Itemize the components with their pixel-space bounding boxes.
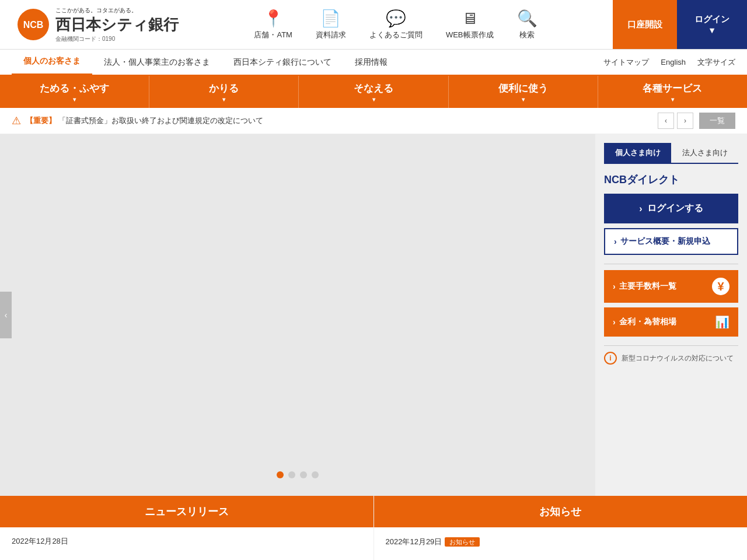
alert-next-button[interactable]: › bbox=[677, 113, 693, 129]
alert-nav: ‹ › bbox=[658, 113, 693, 129]
menu-services-chevron: ▾ bbox=[671, 96, 674, 103]
alert-text: 【重要】 「証書式預金」お取扱い終了および関連規定の改定について bbox=[26, 116, 658, 126]
ncb-login-label: ログインする bbox=[647, 202, 703, 215]
main-content: ‹ 個人さま向け 法人さま向け NCBダイレクト › ログインする › サービス… bbox=[0, 134, 747, 496]
fee-icon: ¥ bbox=[712, 278, 729, 295]
fontsize-link[interactable]: 文字サイズ bbox=[697, 57, 735, 68]
open-account-button[interactable]: 口座開設 bbox=[613, 0, 677, 49]
store-atm-icon: 📍 bbox=[263, 9, 284, 28]
nav-store-atm-label: 店舗・ATM bbox=[254, 30, 292, 40]
logo-tagline: ここかがある。コタエがある。 bbox=[55, 6, 179, 15]
ncb-service-button[interactable]: › サービス概要・新規申込 bbox=[604, 228, 738, 255]
notice-body: 2022年12月29日 お知らせ bbox=[374, 527, 748, 556]
sitemap-link[interactable]: サイトマップ bbox=[603, 57, 649, 68]
menu-convenient[interactable]: 便利に使う ▾ bbox=[449, 76, 598, 108]
materials-icon: 📄 bbox=[320, 9, 341, 28]
web-passbook-icon: 🖥 bbox=[462, 9, 478, 28]
notice-header: お知らせ bbox=[374, 496, 748, 527]
divider-2 bbox=[604, 345, 738, 346]
corona-notice[interactable]: i 新型コロナウイルスの対応について bbox=[604, 352, 738, 365]
fee-button[interactable]: › 主要手数料一覧 ¥ bbox=[604, 270, 738, 303]
ncb-login-arrow: › bbox=[639, 204, 642, 214]
alert-prev-button[interactable]: ‹ bbox=[658, 113, 674, 129]
right-panel: 個人さま向け 法人さま向け NCBダイレクト › ログインする › サービス概要… bbox=[595, 134, 747, 496]
nav-web-passbook[interactable]: 🖥 WEB帳票作成 bbox=[446, 9, 494, 40]
carousel-dot-4[interactable] bbox=[312, 471, 319, 478]
news-section: ニュースリリース 2022年12月28日 お知らせ 2022年12月29日 お知… bbox=[0, 496, 747, 560]
nav-store-atm[interactable]: 📍 店舗・ATM bbox=[254, 9, 292, 40]
news-releases-body: 2022年12月28日 bbox=[0, 527, 374, 558]
alert-prefix: 【重要】 bbox=[26, 116, 56, 125]
subnav-about[interactable]: 西日本シティ銀行について bbox=[222, 49, 343, 75]
news-releases-date: 2022年12月28日 bbox=[12, 536, 362, 547]
search-icon: 🔍 bbox=[517, 9, 537, 28]
news-right: お知らせ 2022年12月29日 お知らせ bbox=[374, 496, 748, 560]
news-left: ニュースリリース 2022年12月28日 bbox=[0, 496, 374, 560]
fee-label: 主要手数料一覧 bbox=[619, 281, 676, 292]
subnav-corporate[interactable]: 法人・個人事業主のお客さま bbox=[92, 49, 222, 75]
divider-1 bbox=[604, 264, 738, 264]
menu-borrow[interactable]: かりる ▾ bbox=[149, 76, 299, 108]
subnav-recruit[interactable]: 採用情報 bbox=[343, 49, 399, 75]
nav-search[interactable]: 🔍 検索 bbox=[517, 9, 537, 40]
bank-name: 西日本シティ銀行 bbox=[55, 15, 179, 35]
orange-menu: ためる・ふやす ▾ かりる ▾ そなえる ▾ 便利に使う ▾ 各種サービス ▾ bbox=[0, 76, 747, 108]
notice-date: 2022年12月29日 bbox=[386, 537, 442, 546]
corona-text: 新型コロナウイルスの対応について bbox=[622, 354, 734, 363]
menu-convenient-label: 便利に使う bbox=[498, 82, 548, 95]
notice-badge: お知らせ bbox=[445, 537, 480, 547]
panel-tabs: 個人さま向け 法人さま向け bbox=[604, 143, 738, 164]
ncb-login-button[interactable]: › ログインする bbox=[604, 194, 738, 223]
sub-nav-right: サイトマップ English 文字サイズ bbox=[603, 57, 735, 68]
corona-icon: i bbox=[604, 352, 617, 365]
tab-corporate[interactable]: 法人さま向け bbox=[671, 143, 738, 163]
english-link[interactable]: English bbox=[661, 58, 686, 66]
carousel-dot-1[interactable] bbox=[277, 471, 284, 478]
alert-icon: ⚠ bbox=[12, 114, 21, 127]
rate-arrow: › bbox=[613, 317, 616, 327]
nav-faq[interactable]: 💬 よくあるご質問 bbox=[369, 9, 423, 40]
carousel-dots bbox=[277, 471, 319, 478]
menu-save-label: ためる・ふやす bbox=[40, 82, 109, 95]
logo-area: NCB ここかがある。コタエがある。 西日本シティ銀行 金融機関コード：0190 bbox=[0, 6, 179, 43]
nav-faq-label: よくあるご質問 bbox=[369, 30, 423, 40]
menu-save[interactable]: ためる・ふやす ▾ bbox=[0, 76, 149, 108]
menu-prepare-label: そなえる bbox=[354, 82, 393, 95]
logo-text: ここかがある。コタエがある。 西日本シティ銀行 金融機関コード：0190 bbox=[55, 6, 179, 43]
svg-text:NCB: NCB bbox=[23, 20, 44, 30]
rate-icon: 📊 bbox=[715, 315, 729, 329]
menu-services-label: 各種サービス bbox=[643, 82, 702, 95]
menu-convenient-chevron: ▾ bbox=[522, 96, 525, 103]
carousel-area bbox=[0, 134, 595, 496]
carousel-dot-2[interactable] bbox=[288, 471, 295, 478]
slide-prev-button[interactable]: ‹ bbox=[0, 292, 12, 338]
ncb-title: NCBダイレクト bbox=[604, 173, 738, 187]
fee-arrow: › bbox=[613, 282, 616, 291]
menu-prepare-chevron: ▾ bbox=[372, 96, 375, 103]
alert-list-button[interactable]: 一覧 bbox=[699, 113, 735, 129]
subnav-personal[interactable]: 個人のお客さま bbox=[12, 49, 92, 75]
logo-icon: NCB bbox=[18, 9, 50, 41]
sub-nav: 個人のお客さま 法人・個人事業主のお客さま 西日本シティ銀行について 採用情報 … bbox=[0, 50, 747, 76]
header-right: 口座開設 ログイン ▾ bbox=[613, 0, 747, 49]
menu-prepare[interactable]: そなえる ▾ bbox=[299, 76, 448, 108]
nav-materials[interactable]: 📄 資料請求 bbox=[316, 9, 346, 40]
rate-button[interactable]: › 金利・為替相場 📊 bbox=[604, 307, 738, 337]
login-button[interactable]: ログイン ▾ bbox=[677, 0, 747, 49]
ncb-service-arrow: › bbox=[614, 237, 617, 246]
bank-code: 金融機関コード：0190 bbox=[55, 35, 179, 43]
menu-borrow-label: かりる bbox=[209, 82, 239, 95]
tab-personal[interactable]: 個人さま向け bbox=[604, 143, 671, 163]
nav-web-passbook-label: WEB帳票作成 bbox=[446, 30, 494, 40]
rate-label: 金利・為替相場 bbox=[619, 317, 676, 327]
header-nav: 📍 店舗・ATM 📄 資料請求 💬 よくあるご質問 🖥 WEB帳票作成 🔍 検索 bbox=[179, 9, 613, 40]
login-button-label: ログイン bbox=[694, 14, 729, 25]
alert-body: 「証書式預金」お取扱い終了および関連規定の改定について bbox=[58, 116, 263, 125]
nav-materials-label: 資料請求 bbox=[316, 30, 346, 40]
carousel-dot-3[interactable] bbox=[300, 471, 307, 478]
header: NCB ここかがある。コタエがある。 西日本シティ銀行 金融機関コード：0190… bbox=[0, 0, 747, 50]
menu-services[interactable]: 各種サービス ▾ bbox=[598, 76, 747, 108]
faq-icon: 💬 bbox=[386, 9, 406, 28]
sub-nav-left: 個人のお客さま 法人・個人事業主のお客さま 西日本シティ銀行について 採用情報 bbox=[12, 49, 603, 75]
news-releases-header: ニュースリリース bbox=[0, 496, 374, 527]
